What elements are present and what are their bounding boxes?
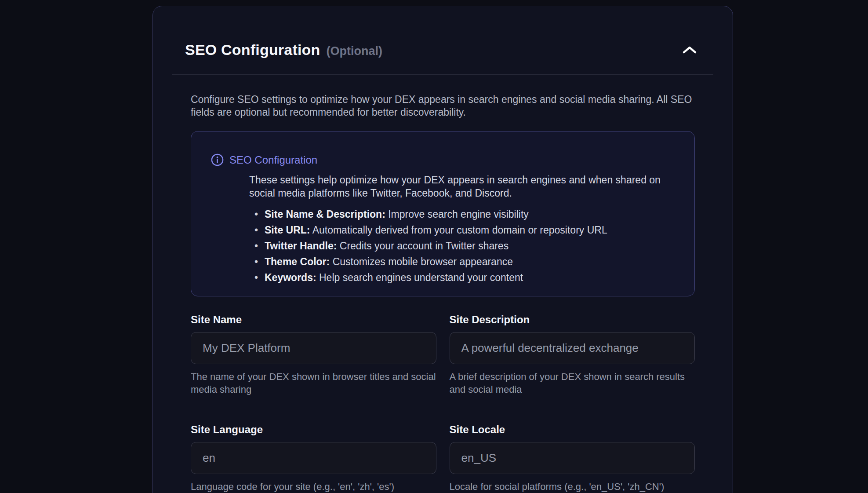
list-item: Theme Color: Customizes mobile browser a…	[254, 254, 676, 270]
list-item: Keywords: Help search engines understand…	[254, 270, 676, 285]
section-title-group: SEO Configuration (Optional)	[185, 41, 382, 58]
site-locale-input[interactable]	[450, 442, 695, 474]
list-item: Twitter Handle: Credits your account in …	[254, 238, 676, 254]
collapse-section-button[interactable]	[680, 44, 699, 57]
seo-section-header: SEO Configuration (Optional)	[153, 6, 733, 58]
bullet-label: Site URL:	[265, 224, 310, 236]
section-description: Configure SEO settings to optimize how y…	[191, 93, 695, 119]
site-description-input[interactable]	[450, 332, 695, 364]
bullet-text: Customizes mobile browser appearance	[333, 256, 513, 267]
site-locale-field-group: Site Locale Locale for social platforms …	[450, 423, 695, 493]
site-locale-helper: Locale for social platforms (e.g., 'en_U…	[450, 480, 695, 493]
bullet-label: Twitter Handle:	[265, 240, 337, 252]
site-language-input[interactable]	[191, 442, 436, 474]
info-icon	[211, 153, 224, 166]
seo-section-body: Configure SEO settings to optimize how y…	[153, 93, 733, 493]
site-language-label: Site Language	[191, 423, 436, 436]
site-name-input[interactable]	[191, 332, 436, 364]
site-description-helper: A brief description of your DEX shown in…	[450, 370, 695, 396]
bullet-text: Help search engines understand your cont…	[319, 272, 523, 283]
site-description-label: Site Description	[450, 313, 695, 326]
chevron-up-icon	[682, 45, 697, 55]
info-box-title: SEO Configuration	[229, 154, 317, 166]
bullet-label: Keywords:	[265, 272, 316, 283]
info-bullet-list: Site Name & Description: Improve search …	[254, 206, 676, 285]
header-divider	[172, 74, 713, 75]
section-title-optional: (Optional)	[327, 44, 382, 58]
bullet-text: Automatically derived from your custom d…	[312, 224, 607, 236]
list-item: Site Name & Description: Improve search …	[254, 206, 676, 222]
bullet-label: Theme Color:	[265, 256, 330, 267]
seo-config-card: SEO Configuration (Optional) Configure S…	[153, 6, 733, 493]
seo-form-grid: Site Name The name of your DEX shown in …	[191, 313, 695, 493]
site-language-helper: Language code for your site (e.g., 'en',…	[191, 480, 436, 493]
site-name-label: Site Name	[191, 313, 436, 326]
site-name-field-group: Site Name The name of your DEX shown in …	[191, 313, 436, 396]
info-box-header: SEO Configuration	[211, 153, 676, 166]
site-locale-label: Site Locale	[450, 423, 695, 436]
bullet-label: Site Name & Description:	[265, 208, 385, 220]
bullet-text: Improve search engine visibility	[388, 208, 529, 220]
section-title: SEO Configuration	[185, 41, 320, 58]
site-name-helper: The name of your DEX shown in browser ti…	[191, 370, 436, 396]
site-description-field-group: Site Description A brief description of …	[450, 313, 695, 396]
site-language-field-group: Site Language Language code for your sit…	[191, 423, 436, 493]
info-box-text: These settings help optimize how your DE…	[249, 173, 676, 200]
bullet-text: Credits your account in Twitter shares	[340, 240, 508, 252]
seo-info-box: SEO Configuration These settings help op…	[191, 131, 695, 296]
list-item: Site URL: Automatically derived from you…	[254, 222, 676, 238]
